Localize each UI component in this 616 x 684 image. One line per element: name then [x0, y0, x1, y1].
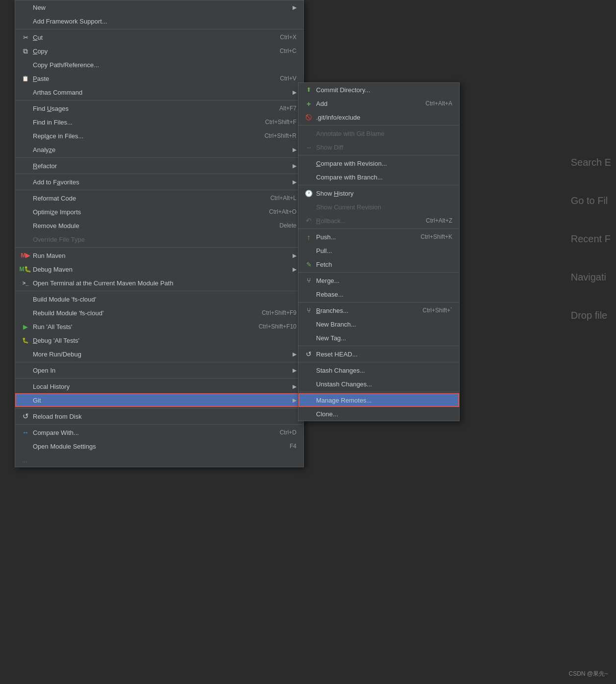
paste-icon: 📋: [20, 76, 31, 82]
remove-module-label: Remove Module: [33, 222, 270, 229]
cut-label: Cut: [33, 34, 270, 41]
menu-item-debug-maven[interactable]: M🐛 Debug Maven ▶: [15, 262, 303, 276]
menu-item-favorites[interactable]: Add to Favorites ▶: [15, 175, 303, 189]
git-add-icon: [303, 100, 314, 108]
watermark: CSDN @果先~: [568, 670, 608, 678]
rebuild-module-label: Rebuild Module 'fs-cloud': [33, 309, 252, 317]
new-branch-label: New Branch...: [316, 321, 452, 328]
menu-item-run-maven[interactable]: M▶ Run Maven ▶: [15, 249, 303, 262]
add-framework-label: Add Framework Support...: [33, 18, 296, 25]
push-label: Push...: [316, 233, 411, 241]
menu-item-copy-path[interactable]: Copy Path/Reference...: [15, 58, 303, 72]
cut-shortcut: Ctrl+X: [280, 34, 296, 41]
menu-item-add-framework[interactable]: Add Framework Support...: [15, 14, 303, 28]
menu-item-analyze[interactable]: Analyze ▶: [15, 143, 303, 156]
new-tag-label: New Tag...: [316, 334, 452, 342]
analyze-arrow: ▶: [293, 147, 296, 153]
menu-item-reset-head[interactable]: ↺ Reset HEAD...: [298, 347, 459, 361]
menu-item-reformat[interactable]: Reformat Code Ctrl+Alt+L: [15, 191, 303, 205]
menu-item-compare-revision[interactable]: Compare with Revision...: [298, 156, 459, 170]
clone-label: Clone...: [316, 410, 452, 418]
menu-item-new[interactable]: New ▶: [15, 0, 303, 14]
menu-item-new-tag[interactable]: New Tag...: [298, 331, 459, 345]
menu-item-new-branch[interactable]: New Branch...: [298, 317, 459, 331]
menu-item-merge[interactable]: ⑂ Merge...: [298, 274, 459, 287]
menu-item-annotate[interactable]: Annotate with Git Blame: [298, 127, 459, 140]
menu-item-show-diff[interactable]: ↔ Show Diff: [298, 140, 459, 154]
menu-item-replace-files[interactable]: Replace in Files... Ctrl+Shift+R: [15, 129, 303, 143]
menu-item-cut[interactable]: Cut Ctrl+X: [15, 30, 303, 44]
menu-item-debug-all-tests[interactable]: 🐛 Debug 'All Tests': [15, 333, 303, 347]
menu-item-more-run-debug[interactable]: More Run/Debug ▶: [15, 347, 303, 361]
menu-item-commit-dir[interactable]: ⬆ Commit Directory...: [298, 83, 459, 97]
menu-item-rebuild-module[interactable]: Rebuild Module 'fs-cloud' Ctrl+Shift+F9: [15, 306, 303, 320]
menu-item-arthas[interactable]: Arthas Command ▶: [15, 85, 303, 99]
compare-revision-label: Compare with Revision...: [316, 160, 452, 167]
show-diff-icon: ↔: [303, 144, 314, 151]
git-exclude-label: .git/info/exclude: [316, 114, 452, 121]
sec-separator-2: [298, 155, 459, 155]
remove-module-shortcut: Delete: [279, 222, 296, 229]
menu-item-find-files[interactable]: Find in Files... Ctrl+Shift+F: [15, 115, 303, 129]
menu-item-local-history[interactable]: Local History ▶: [15, 380, 303, 393]
menu-item-run-all-tests[interactable]: ▶ Run 'All Tests' Ctrl+Shift+F10: [15, 320, 303, 333]
menu-item-copy[interactable]: ⧉ Copy Ctrl+C: [15, 44, 303, 58]
menu-item-rollback[interactable]: ↶ Rollback... Ctrl+Alt+Z: [298, 214, 459, 228]
annotate-label: Annotate with Git Blame: [316, 130, 452, 137]
rollback-icon: ↶: [303, 217, 314, 225]
open-in-arrow: ▶: [293, 367, 296, 374]
menu-item-unstash[interactable]: Unstash Changes...: [298, 377, 459, 391]
cut-icon: [20, 34, 31, 41]
menu-item-open-in[interactable]: Open In ▶: [15, 363, 303, 377]
paste-label: Paste: [33, 75, 270, 82]
arthas-label: Arthas Command: [33, 89, 289, 96]
push-icon: ↑: [303, 233, 314, 241]
branches-shortcut: Ctrl+Shift+`: [422, 307, 452, 314]
menu-item-remove-module[interactable]: Remove Module Delete: [15, 219, 303, 232]
menu-item-fetch[interactable]: ✎ Fetch: [298, 257, 459, 271]
branches-icon: ⑂: [303, 306, 314, 314]
secondary-context-menu: ⬆ Commit Directory... Add Ctrl+Alt+A 🚫 .…: [298, 82, 460, 421]
menu-item-refactor[interactable]: Refactor ▶: [15, 159, 303, 173]
open-in-label: Open In: [33, 367, 289, 374]
favorites-arrow: ▶: [293, 179, 296, 185]
menu-item-show-current-revision[interactable]: Show Current Revision: [298, 200, 459, 214]
menu-item-compare-branch[interactable]: Compare with Branch...: [298, 170, 459, 184]
menu-item-find-usages[interactable]: Find Usages Alt+F7: [15, 101, 303, 115]
menu-item-reload[interactable]: Reload from Disk: [15, 409, 303, 423]
replace-files-shortcut: Ctrl+Shift+R: [265, 132, 296, 139]
menu-item-open-terminal[interactable]: Open Terminal at the Current Maven Modul…: [15, 276, 303, 290]
search-everywhere-hint: Search E: [571, 157, 611, 168]
sec-separator-1: [298, 125, 459, 126]
separator-2: [15, 100, 303, 101]
compare-branch-label: Compare with Branch...: [316, 174, 452, 181]
show-diff-label: Show Diff: [316, 144, 452, 151]
menu-item-git[interactable]: Git ▶: [15, 393, 303, 407]
menu-item-pull[interactable]: Pull...: [298, 244, 459, 257]
menu-item-manage-remotes[interactable]: Manage Remotes...: [298, 393, 459, 407]
menu-item-paste[interactable]: 📋 Paste Ctrl+V: [15, 72, 303, 85]
menu-item-show-history[interactable]: 🕐 Show History: [298, 186, 459, 200]
navigation-hint: Navigati: [571, 272, 611, 283]
menu-item-compare-with[interactable]: ↔ Compare With... Ctrl+D: [15, 426, 303, 439]
merge-label: Merge...: [316, 277, 452, 284]
module-settings-label: Open Module Settings: [33, 443, 280, 450]
menu-item-git-add[interactable]: Add Ctrl+Alt+A: [298, 97, 459, 110]
separator-4: [15, 174, 303, 174]
menu-item-branches[interactable]: ⑂ Branches... Ctrl+Shift+`: [298, 304, 459, 317]
refactor-label: Refactor: [33, 162, 289, 170]
stash-label: Stash Changes...: [316, 367, 452, 374]
menu-item-rebase[interactable]: Rebase...: [298, 287, 459, 301]
menu-item-optimize[interactable]: Optimize Imports Ctrl+Alt+O: [15, 205, 303, 219]
compare-with-label: Compare With...: [33, 429, 270, 436]
menu-item-override-file-type[interactable]: Override File Type: [15, 232, 303, 246]
branches-label: Branches...: [316, 307, 413, 314]
menu-item-clone[interactable]: Clone...: [298, 407, 459, 421]
menu-item-build-module[interactable]: Build Module 'fs-cloud': [15, 292, 303, 306]
menu-item-module-settings[interactable]: Open Module Settings F4: [15, 439, 303, 453]
module-settings-shortcut: F4: [290, 443, 296, 450]
menu-item-git-exclude[interactable]: 🚫 .git/info/exclude: [298, 110, 459, 124]
menu-item-stash[interactable]: Stash Changes...: [298, 363, 459, 377]
compare-with-icon: ↔: [20, 429, 31, 436]
menu-item-push[interactable]: ↑ Push... Ctrl+Shift+K: [298, 230, 459, 244]
